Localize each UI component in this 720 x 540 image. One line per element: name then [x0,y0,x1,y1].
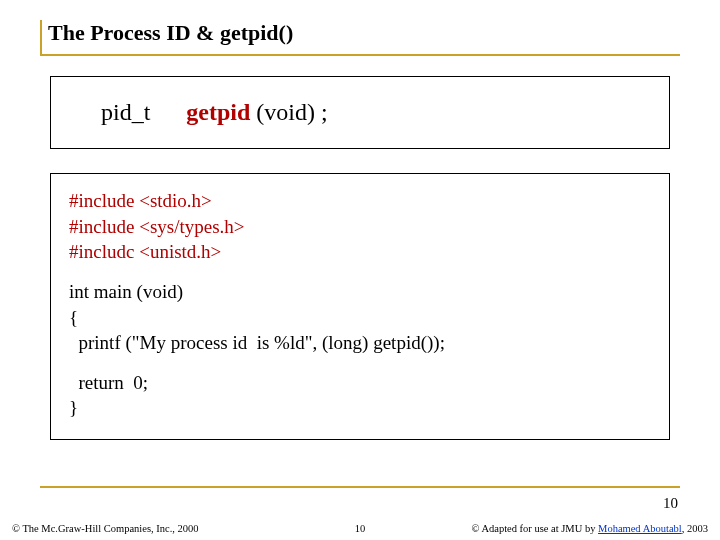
main-declaration: int main (void) [69,279,651,305]
copyright-right: © Adapted for use at JMU by Mohamed Abou… [471,523,708,534]
page-number-small: 10 [355,523,366,534]
footer: © The Mc.Graw-Hill Companies, Inc., 2000… [0,523,720,534]
include-line: #includc <unistd.h> [69,239,651,265]
title-bar: The Process ID & getpid() [40,20,680,56]
code-example-box: #include <stdio.h> #include <sys/types.h… [50,173,670,440]
include-line: #include <sys/types.h> [69,214,651,240]
brace-open: { [69,305,651,331]
function-signature-box: pid_t getpid (void) ; [50,76,670,149]
include-line: #include <stdio.h> [69,188,651,214]
page-number-large: 10 [663,495,678,512]
function-signature: pid_t getpid (void) ; [101,99,619,126]
function-args: (void) ; [256,99,327,125]
return-line: return 0; [69,370,651,396]
author-link[interactable]: Mohamed Aboutabl [598,523,682,534]
brace-close: } [69,395,651,421]
copyright-left: © The Mc.Graw-Hill Companies, Inc., 2000 [12,523,199,534]
function-name: getpid [186,99,250,125]
slide-title: The Process ID & getpid() [48,20,680,46]
adapted-suffix: , 2003 [682,523,708,534]
blank-line [69,265,651,279]
printf-line: printf ("My process id is %ld", (long) g… [69,330,651,356]
blank-line [69,356,651,370]
return-type: pid_t [101,99,150,125]
adapted-prefix: © Adapted for use at JMU by [471,523,598,534]
footer-rule [40,486,680,488]
